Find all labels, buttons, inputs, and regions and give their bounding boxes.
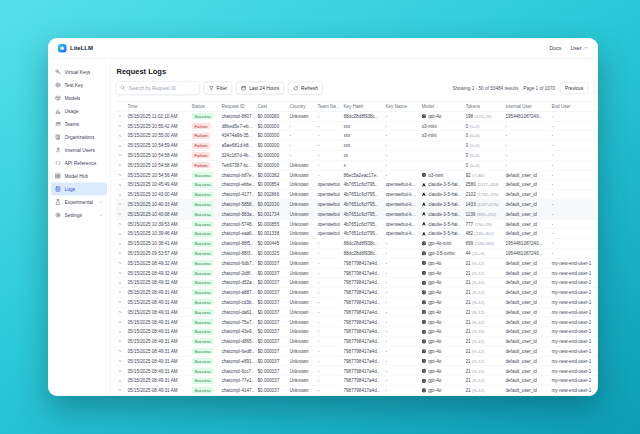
table-row[interactable]: >05/15/2025 10:54:56 AMSuccesschatcmpl-b… [116, 170, 599, 180]
row-expander-icon[interactable]: > [119, 358, 122, 364]
row-expander-icon[interactable]: > [119, 319, 122, 325]
row-expander-icon[interactable]: > [119, 329, 122, 335]
request-id-cell[interactable]: chatcmpl-e891.. [222, 359, 258, 364]
request-id-cell[interactable]: chatcmpl-4177.. [222, 192, 258, 197]
row-expander-icon[interactable]: > [119, 133, 122, 139]
search-box[interactable] [116, 81, 200, 95]
table-row[interactable]: >05/15/2025 10:55:00 AMFailure43474a9b-3… [116, 131, 599, 141]
table-row[interactable]: >05/15/2025 10:39:53 AMSuccesschatcmpl-5… [116, 219, 599, 229]
row-expander-icon[interactable]: > [119, 270, 122, 276]
table-row[interactable]: >05/15/2025 08:49:32 AMSuccesschatcmpl-2… [116, 268, 599, 278]
request-id-cell[interactable]: chatcmpl-4147.. [222, 388, 258, 393]
request-id-cell[interactable]: chatcmpl-88f3.. [222, 251, 258, 256]
row-expander-icon[interactable]: > [119, 378, 122, 384]
table-row[interactable]: >05/15/2025 10:40:08 AMSuccesschatcmpl-8… [116, 209, 599, 219]
row-expander-icon[interactable]: > [119, 349, 122, 355]
row-expander-icon[interactable]: > [119, 300, 122, 306]
row-expander-icon[interactable]: > [119, 368, 122, 374]
request-id-cell[interactable]: chatcmpl-5748.. [222, 221, 258, 226]
table-row[interactable]: >05/15/2025 08:49:32 AMSuccesschatcmpl-d… [116, 278, 599, 288]
table-row[interactable]: >05/15/2025 08:49:31 AMSuccesschatcmpl-a… [116, 288, 599, 298]
table-row[interactable]: >05/15/2025 08:49:31 AMSuccesschatcmpl-6… [116, 347, 599, 357]
row-expander-icon[interactable]: > [119, 192, 122, 198]
table-row[interactable]: >05/15/2025 10:43:00 AMSuccesschatcmpl-4… [116, 190, 599, 200]
row-expander-icon[interactable]: > [119, 260, 122, 266]
row-expander-icon[interactable]: > [117, 203, 123, 206]
request-id-cell[interactable]: chatcmpl-eaa6.. [222, 231, 258, 236]
sidebar-item-usage[interactable]: Usage [51, 105, 107, 118]
table-row[interactable]: >05/15/2025 08:49:31 AMSuccesschatcmpl-d… [116, 337, 599, 347]
request-id-cell[interactable]: chatcmpl-75e7.. [222, 319, 258, 324]
request-id-cell[interactable]: a9ae681d-b8b8.. [222, 143, 258, 148]
sidebar-item-teams[interactable]: Teams [51, 118, 107, 131]
table-row[interactable]: >05/15/2025 08:49:32 AMSuccesschatcmpl-6… [116, 258, 599, 268]
request-id-cell[interactable]: chatcmpl-ebbe.. [222, 182, 258, 187]
request-id-cell[interactable]: chatcmpl-6db7.. [222, 261, 258, 266]
request-id-cell[interactable]: 43474a9b-3586.. [222, 133, 258, 138]
row-expander-icon[interactable]: > [119, 280, 122, 286]
table-row[interactable]: >05/15/2025 08:49:31 AMSuccesschatcmpl-7… [116, 376, 599, 386]
request-id-cell[interactable]: 324c187d-4b4e.. [222, 153, 258, 158]
table-row[interactable]: >05/15/2025 08:49:31 AMSuccesschatcmpl-e… [116, 356, 599, 366]
row-expander-icon[interactable]: > [119, 123, 122, 129]
filter-button[interactable]: Filter [204, 82, 233, 95]
search-input[interactable] [128, 85, 195, 92]
sidebar-item-virtual-keys[interactable]: Virtual Keys [51, 66, 107, 79]
sidebar-item-settings[interactable]: Settings [51, 209, 107, 222]
sidebar-item-test-key[interactable]: Test Key [51, 79, 107, 92]
docs-link[interactable]: Docs [549, 45, 561, 51]
request-id-cell[interactable]: chatcmpl-da61.. [222, 310, 258, 315]
table-row[interactable]: >05/15/2025 10:40:33 AMSuccesschatcmpl-5… [116, 200, 599, 210]
row-expander-icon[interactable]: > [119, 172, 122, 178]
next-button[interactable]: Next [593, 82, 598, 94]
row-expander-icon[interactable]: > [119, 153, 122, 159]
row-expander-icon[interactable]: > [119, 143, 122, 149]
table-row[interactable]: >05/15/2025 10:54:58 AMFailure7eb67387-b… [116, 160, 599, 170]
row-expander-icon[interactable]: > [117, 213, 123, 216]
sidebar-item-experimental[interactable]: Experimental [51, 196, 107, 209]
request-id-cell[interactable]: d8bed5e7-eb88.. [222, 123, 258, 128]
row-expander-icon[interactable]: > [119, 251, 122, 257]
table-row[interactable]: >05/15/2025 09:53:57 AMSuccesschatcmpl-8… [116, 249, 599, 259]
sidebar-item-internal-users[interactable]: Internal Users [51, 144, 107, 157]
row-expander-icon[interactable]: > [119, 231, 122, 237]
row-expander-icon[interactable]: > [119, 309, 122, 315]
request-id-cell[interactable]: chatcmpl-883a.. [222, 212, 258, 217]
table-row[interactable]: >05/15/2025 08:49:31 AMSuccesschatcmpl-4… [116, 327, 599, 337]
sidebar-item-api-reference[interactable]: API Reference [51, 157, 107, 170]
request-id-cell[interactable]: chatcmpl-6ed8.. [222, 349, 258, 354]
previous-button[interactable]: Previous [560, 82, 588, 94]
request-id-cell[interactable]: chatcmpl-6cc7.. [222, 368, 258, 373]
request-id-cell[interactable]: chatcmpl-5858.. [222, 202, 258, 207]
table-row[interactable]: >05/15/2025 10:39:46 AMSuccesschatcmpl-e… [116, 229, 599, 239]
request-id-cell[interactable]: chatcmpl-88f5.. [222, 241, 258, 246]
row-expander-icon[interactable]: > [119, 241, 122, 247]
row-expander-icon[interactable]: > [119, 388, 122, 394]
sidebar-item-logs[interactable]: Logs [51, 183, 107, 196]
row-expander-icon[interactable]: > [119, 113, 122, 119]
table-row[interactable]: >05/15/2025 08:49:31 AMSuccesschatcmpl-7… [116, 317, 599, 327]
request-id-cell[interactable]: chatcmpl-a887.. [222, 290, 258, 295]
table-row[interactable]: >05/15/2025 08:49:31 AMSuccesschatcmpl-4… [116, 386, 599, 396]
sidebar-item-model-hub[interactable]: Model Hub [51, 170, 107, 183]
request-id-cell[interactable]: chatcmpl-d52a.. [222, 280, 258, 285]
row-expander-icon[interactable]: > [119, 339, 122, 345]
request-id-cell[interactable]: chatcmpl-d865.. [222, 339, 258, 344]
table-row[interactable]: >05/15/2025 10:54:58 AMFailure324c187d-4… [116, 151, 599, 161]
request-id-cell[interactable]: chatcmpl-8807.. [222, 114, 258, 119]
request-id-cell[interactable]: chatcmpl-2d8f.. [222, 270, 258, 275]
request-id-cell[interactable]: chatcmpl-b87e.. [222, 172, 258, 177]
table-row[interactable]: >05/15/2025 10:54:59 AMFailurea9ae681d-b… [116, 141, 599, 151]
request-id-cell[interactable]: 7eb67387-bcc2.. [222, 163, 258, 168]
table-row[interactable]: >05/15/2025 10:45:49 AMSuccesschatcmpl-e… [116, 180, 599, 190]
table-row[interactable]: >05/15/2025 11:02:10 AMSuccesschatcmpl-8… [116, 112, 599, 122]
request-id-cell[interactable]: chatcmpl-cd3b.. [222, 300, 258, 305]
refresh-button[interactable]: Refresh [288, 82, 323, 95]
sidebar-item-organizations[interactable]: Organizations [51, 131, 107, 144]
row-expander-icon[interactable]: > [119, 290, 122, 296]
table-row[interactable]: >05/15/2025 08:49:31 AMSuccesschatcmpl-c… [116, 298, 599, 308]
request-id-cell[interactable]: chatcmpl-77e1.. [222, 378, 258, 383]
row-expander-icon[interactable]: > [119, 221, 122, 227]
table-row[interactable]: >05/15/2025 08:49:31 AMSuccesschatcmpl-d… [116, 307, 599, 317]
request-id-cell[interactable]: chatcmpl-43e9.. [222, 329, 258, 334]
